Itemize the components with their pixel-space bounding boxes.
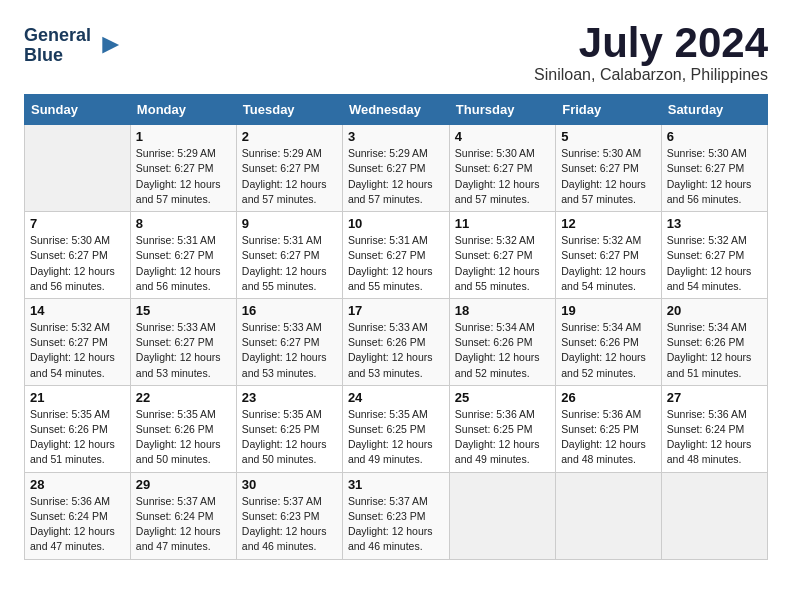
calendar-cell: 31Sunrise: 5:37 AMSunset: 6:23 PMDayligh… [342,472,449,559]
day-number: 1 [136,129,231,144]
month-title: July 2024 [534,20,768,66]
calendar-cell [556,472,662,559]
day-number: 12 [561,216,656,231]
calendar-cell: 19Sunrise: 5:34 AMSunset: 6:26 PMDayligh… [556,298,662,385]
day-info: Sunrise: 5:30 AMSunset: 6:27 PMDaylight:… [561,146,656,207]
calendar-cell: 30Sunrise: 5:37 AMSunset: 6:23 PMDayligh… [236,472,342,559]
day-number: 4 [455,129,550,144]
day-number: 26 [561,390,656,405]
weekday-header-row: SundayMondayTuesdayWednesdayThursdayFrid… [25,95,768,125]
day-number: 18 [455,303,550,318]
calendar-cell: 25Sunrise: 5:36 AMSunset: 6:25 PMDayligh… [449,385,555,472]
calendar-cell: 14Sunrise: 5:32 AMSunset: 6:27 PMDayligh… [25,298,131,385]
calendar-cell: 8Sunrise: 5:31 AMSunset: 6:27 PMDaylight… [130,212,236,299]
day-number: 17 [348,303,444,318]
day-number: 30 [242,477,337,492]
weekday-header-monday: Monday [130,95,236,125]
day-number: 3 [348,129,444,144]
day-info: Sunrise: 5:34 AMSunset: 6:26 PMDaylight:… [667,320,762,381]
day-info: Sunrise: 5:32 AMSunset: 6:27 PMDaylight:… [30,320,125,381]
day-info: Sunrise: 5:37 AMSunset: 6:24 PMDaylight:… [136,494,231,555]
weekday-header-thursday: Thursday [449,95,555,125]
calendar-cell [449,472,555,559]
logo-icon [93,32,121,60]
day-info: Sunrise: 5:33 AMSunset: 6:26 PMDaylight:… [348,320,444,381]
calendar-cell: 1Sunrise: 5:29 AMSunset: 6:27 PMDaylight… [130,125,236,212]
header: GeneralBlue July 2024 Siniloan, Calabarz… [24,20,768,84]
calendar-cell: 22Sunrise: 5:35 AMSunset: 6:26 PMDayligh… [130,385,236,472]
calendar-cell: 23Sunrise: 5:35 AMSunset: 6:25 PMDayligh… [236,385,342,472]
day-info: Sunrise: 5:32 AMSunset: 6:27 PMDaylight:… [455,233,550,294]
day-info: Sunrise: 5:36 AMSunset: 6:25 PMDaylight:… [561,407,656,468]
weekday-header-wednesday: Wednesday [342,95,449,125]
day-info: Sunrise: 5:34 AMSunset: 6:26 PMDaylight:… [561,320,656,381]
day-info: Sunrise: 5:31 AMSunset: 6:27 PMDaylight:… [242,233,337,294]
day-info: Sunrise: 5:35 AMSunset: 6:26 PMDaylight:… [136,407,231,468]
day-number: 20 [667,303,762,318]
day-info: Sunrise: 5:33 AMSunset: 6:27 PMDaylight:… [136,320,231,381]
day-number: 21 [30,390,125,405]
calendar-cell: 21Sunrise: 5:35 AMSunset: 6:26 PMDayligh… [25,385,131,472]
weekday-header-tuesday: Tuesday [236,95,342,125]
calendar-cell: 27Sunrise: 5:36 AMSunset: 6:24 PMDayligh… [661,385,767,472]
weekday-header-friday: Friday [556,95,662,125]
calendar-cell: 15Sunrise: 5:33 AMSunset: 6:27 PMDayligh… [130,298,236,385]
day-info: Sunrise: 5:29 AMSunset: 6:27 PMDaylight:… [242,146,337,207]
calendar-cell: 26Sunrise: 5:36 AMSunset: 6:25 PMDayligh… [556,385,662,472]
day-number: 27 [667,390,762,405]
day-info: Sunrise: 5:29 AMSunset: 6:27 PMDaylight:… [348,146,444,207]
calendar-cell: 9Sunrise: 5:31 AMSunset: 6:27 PMDaylight… [236,212,342,299]
day-info: Sunrise: 5:30 AMSunset: 6:27 PMDaylight:… [30,233,125,294]
title-area: July 2024 Siniloan, Calabarzon, Philippi… [534,20,768,84]
day-number: 28 [30,477,125,492]
location-subtitle: Siniloan, Calabarzon, Philippines [534,66,768,84]
day-number: 23 [242,390,337,405]
day-info: Sunrise: 5:37 AMSunset: 6:23 PMDaylight:… [348,494,444,555]
calendar-cell [661,472,767,559]
calendar-cell: 6Sunrise: 5:30 AMSunset: 6:27 PMDaylight… [661,125,767,212]
calendar-table: SundayMondayTuesdayWednesdayThursdayFrid… [24,94,768,559]
day-number: 11 [455,216,550,231]
calendar-cell: 4Sunrise: 5:30 AMSunset: 6:27 PMDaylight… [449,125,555,212]
day-number: 5 [561,129,656,144]
calendar-cell: 7Sunrise: 5:30 AMSunset: 6:27 PMDaylight… [25,212,131,299]
calendar-cell: 18Sunrise: 5:34 AMSunset: 6:26 PMDayligh… [449,298,555,385]
day-number: 22 [136,390,231,405]
day-info: Sunrise: 5:29 AMSunset: 6:27 PMDaylight:… [136,146,231,207]
calendar-cell: 10Sunrise: 5:31 AMSunset: 6:27 PMDayligh… [342,212,449,299]
day-info: Sunrise: 5:31 AMSunset: 6:27 PMDaylight:… [136,233,231,294]
day-number: 25 [455,390,550,405]
day-number: 24 [348,390,444,405]
calendar-cell: 5Sunrise: 5:30 AMSunset: 6:27 PMDaylight… [556,125,662,212]
day-info: Sunrise: 5:35 AMSunset: 6:26 PMDaylight:… [30,407,125,468]
day-info: Sunrise: 5:35 AMSunset: 6:25 PMDaylight:… [348,407,444,468]
calendar-cell: 3Sunrise: 5:29 AMSunset: 6:27 PMDaylight… [342,125,449,212]
logo: GeneralBlue [24,26,121,66]
day-info: Sunrise: 5:31 AMSunset: 6:27 PMDaylight:… [348,233,444,294]
day-info: Sunrise: 5:35 AMSunset: 6:25 PMDaylight:… [242,407,337,468]
calendar-cell: 13Sunrise: 5:32 AMSunset: 6:27 PMDayligh… [661,212,767,299]
day-number: 10 [348,216,444,231]
day-number: 29 [136,477,231,492]
svg-marker-0 [102,36,119,53]
calendar-cell: 16Sunrise: 5:33 AMSunset: 6:27 PMDayligh… [236,298,342,385]
calendar-cell: 20Sunrise: 5:34 AMSunset: 6:26 PMDayligh… [661,298,767,385]
day-info: Sunrise: 5:30 AMSunset: 6:27 PMDaylight:… [455,146,550,207]
day-info: Sunrise: 5:36 AMSunset: 6:24 PMDaylight:… [667,407,762,468]
day-number: 2 [242,129,337,144]
day-info: Sunrise: 5:37 AMSunset: 6:23 PMDaylight:… [242,494,337,555]
calendar-week-3: 14Sunrise: 5:32 AMSunset: 6:27 PMDayligh… [25,298,768,385]
day-info: Sunrise: 5:33 AMSunset: 6:27 PMDaylight:… [242,320,337,381]
calendar-week-5: 28Sunrise: 5:36 AMSunset: 6:24 PMDayligh… [25,472,768,559]
calendar-week-4: 21Sunrise: 5:35 AMSunset: 6:26 PMDayligh… [25,385,768,472]
day-number: 14 [30,303,125,318]
day-number: 15 [136,303,231,318]
calendar-cell: 11Sunrise: 5:32 AMSunset: 6:27 PMDayligh… [449,212,555,299]
day-info: Sunrise: 5:30 AMSunset: 6:27 PMDaylight:… [667,146,762,207]
calendar-cell: 12Sunrise: 5:32 AMSunset: 6:27 PMDayligh… [556,212,662,299]
day-number: 6 [667,129,762,144]
calendar-cell: 24Sunrise: 5:35 AMSunset: 6:25 PMDayligh… [342,385,449,472]
day-number: 19 [561,303,656,318]
calendar-cell: 28Sunrise: 5:36 AMSunset: 6:24 PMDayligh… [25,472,131,559]
day-info: Sunrise: 5:32 AMSunset: 6:27 PMDaylight:… [667,233,762,294]
